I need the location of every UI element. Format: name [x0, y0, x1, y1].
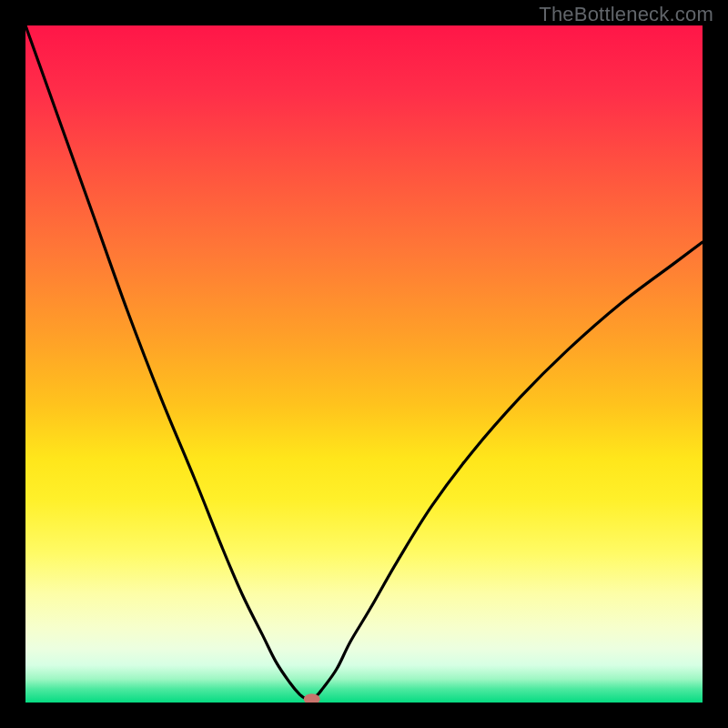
bottleneck-curve	[25, 25, 703, 703]
curve-path	[25, 25, 703, 700]
watermark-text: TheBottleneck.com	[539, 3, 713, 26]
chart-frame: TheBottleneck.com	[0, 0, 728, 728]
plot-area	[25, 25, 703, 703]
